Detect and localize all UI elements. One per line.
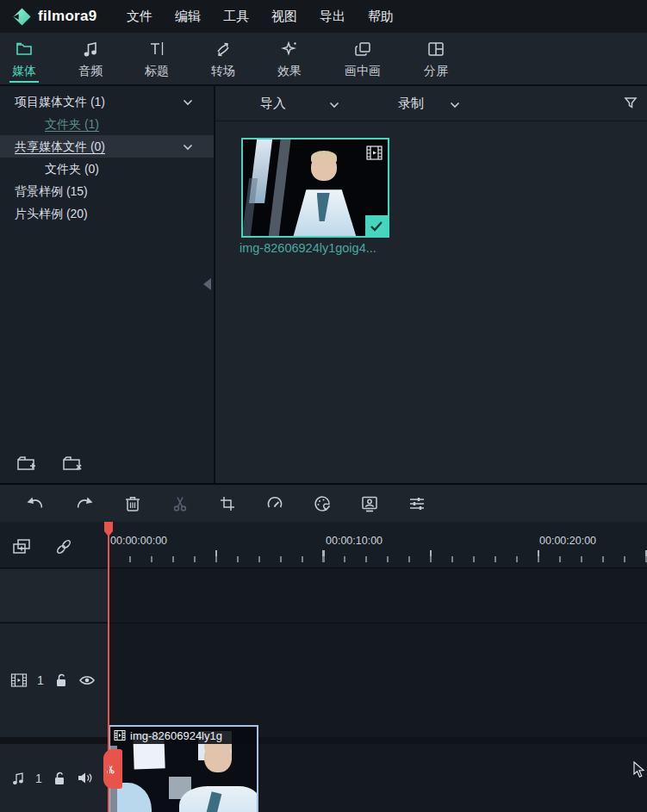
link-icon[interactable] xyxy=(53,536,74,557)
filmora-window: filmora9 文件 编辑 工具 视图 导出 帮助 媒体 音频 xyxy=(0,0,647,812)
tab-transitions[interactable]: 转场 xyxy=(196,33,250,84)
sidebar-item-background-samples[interactable]: 背景样例 (15) xyxy=(0,180,214,202)
video-track-number: 1 xyxy=(37,673,44,687)
library-tabbar: 媒体 音频 标题 转场 效果 xyxy=(0,33,647,86)
speaker-icon[interactable] xyxy=(77,771,93,785)
tab-label: 媒体 xyxy=(12,64,36,79)
effects-icon xyxy=(279,39,300,59)
empty-track-header xyxy=(0,569,108,622)
sidebar-item-folder-0[interactable]: 文件夹 (0) xyxy=(0,158,214,180)
sidebar-item-intro-samples[interactable]: 片头样例 (20) xyxy=(0,202,214,225)
tab-label: 音频 xyxy=(78,64,103,79)
transition-icon xyxy=(213,39,233,59)
audio-track-row: 1 xyxy=(0,744,647,812)
filmstrip-icon xyxy=(10,673,28,688)
title-icon xyxy=(146,39,167,59)
video-filmstrip-icon xyxy=(365,144,383,162)
chevron-down-icon[interactable] xyxy=(183,99,193,106)
menu-edit[interactable]: 编辑 xyxy=(164,0,212,33)
menu-items: 文件 编辑 工具 视图 导出 帮助 xyxy=(115,0,405,33)
tab-split-screen[interactable]: 分屏 xyxy=(409,33,463,84)
menu-file[interactable]: 文件 xyxy=(115,0,164,33)
sidebar-item-shared-media[interactable]: 共享媒体文件 (0) xyxy=(0,135,214,158)
audio-track-number: 1 xyxy=(35,772,42,785)
sidebar-item-project-media[interactable]: 项目媒体文件 (1) xyxy=(0,90,214,113)
sidebar-folder-actions xyxy=(16,454,84,474)
chevron-down-icon[interactable] xyxy=(329,102,339,108)
menubar: filmora9 文件 编辑 工具 视图 导出 帮助 xyxy=(0,0,647,33)
filter-icon[interactable] xyxy=(623,96,638,111)
sidebar-item-label: 共享媒体文件 (0) xyxy=(15,139,105,154)
sidebar-item-label: 背景样例 (15) xyxy=(15,184,88,198)
filmora-logo-icon xyxy=(12,7,32,27)
video-track-row: 1 img-82606 xyxy=(0,623,647,737)
edit-toolbar xyxy=(0,483,647,522)
media-thumbnail-selected[interactable] xyxy=(241,138,389,238)
render-preview-button[interactable] xyxy=(359,493,380,514)
sidebar-item-label: 文件夹 (1) xyxy=(45,117,99,132)
delete-button[interactable] xyxy=(122,493,143,514)
sidebar-item-label: 片头样例 (20) xyxy=(15,207,88,220)
record-button[interactable]: 录制 xyxy=(398,96,424,112)
ruler-timestamp: 00:00:10:00 xyxy=(326,535,383,547)
playhead[interactable] xyxy=(108,522,109,812)
unlock-icon[interactable] xyxy=(52,771,67,786)
clip-split-scissors-tab[interactable] xyxy=(103,749,122,789)
tab-pip[interactable]: 画中画 xyxy=(329,33,396,84)
folder-icon xyxy=(14,39,34,59)
crop-button[interactable] xyxy=(217,493,238,514)
media-library-sidebar: 项目媒体文件 (1) 文件夹 (1) 共享媒体文件 (0) 文件夹 (0) 背景… xyxy=(0,86,214,483)
video-track-header: 1 xyxy=(0,623,108,737)
music-note-icon xyxy=(10,771,26,786)
sidebar-item-label: 文件夹 (0) xyxy=(45,162,99,176)
tab-label: 标题 xyxy=(145,64,169,79)
sidebar-item-folder-1[interactable]: 文件夹 (1) xyxy=(0,113,214,135)
tab-titles[interactable]: 标题 xyxy=(130,33,184,84)
tab-label: 转场 xyxy=(211,64,235,79)
media-panel: 导入 录制 img-82606924 xyxy=(215,86,647,483)
add-track-icon[interactable] xyxy=(10,536,33,557)
timeline: 00:00:00:00 00:00:10:00 00:00:20:00 1 xyxy=(0,522,647,812)
sidebar-item-label: 项目媒体文件 (1) xyxy=(15,95,105,108)
split-scissors-button[interactable] xyxy=(170,493,190,514)
unlock-icon[interactable] xyxy=(53,673,69,688)
speed-button[interactable] xyxy=(264,493,285,514)
tab-label: 分屏 xyxy=(424,64,448,79)
clip-label-bar: img-82606924ly1g xyxy=(110,727,257,744)
audio-track-header: 1 xyxy=(0,744,108,812)
menu-help[interactable]: 帮助 xyxy=(357,0,405,33)
clip-name: img-82606924ly1g xyxy=(130,729,222,742)
color-button[interactable] xyxy=(312,493,333,514)
eye-icon[interactable] xyxy=(78,673,96,687)
tab-label: 画中画 xyxy=(345,64,381,79)
music-note-icon xyxy=(80,39,101,59)
redo-button[interactable] xyxy=(73,493,96,514)
tab-media[interactable]: 媒体 xyxy=(0,33,51,84)
menu-tools[interactable]: 工具 xyxy=(212,0,260,33)
mouse-cursor xyxy=(633,761,645,778)
chevron-down-icon[interactable] xyxy=(450,102,460,108)
ruler-timestamp: 00:00:00:00 xyxy=(110,535,167,547)
chevron-down-icon[interactable] xyxy=(183,144,193,151)
timeline-ruler[interactable]: 00:00:00:00 00:00:10:00 00:00:20:00 xyxy=(108,522,647,568)
delete-folder-icon[interactable] xyxy=(61,454,84,474)
logo-text: filmora9 xyxy=(38,8,97,25)
menu-export[interactable]: 导出 xyxy=(308,0,357,33)
timeline-header: 00:00:00:00 00:00:10:00 00:00:20:00 xyxy=(0,522,647,568)
adjust-button[interactable] xyxy=(407,493,427,514)
ruler-minor-ticks xyxy=(108,556,647,562)
tab-label: 效果 xyxy=(277,64,302,79)
timeline-clip[interactable]: img-82606924ly1g xyxy=(109,725,258,812)
track-divider xyxy=(0,737,647,744)
menu-view[interactable]: 视图 xyxy=(260,0,308,33)
tab-effects[interactable]: 效果 xyxy=(263,33,316,84)
import-button[interactable]: 导入 xyxy=(260,96,286,112)
tab-audio[interactable]: 音频 xyxy=(64,33,117,84)
pip-icon xyxy=(352,39,373,59)
add-folder-icon[interactable] xyxy=(16,454,39,474)
playhead-handle[interactable] xyxy=(104,522,113,531)
sidebar-collapse-handle[interactable] xyxy=(203,278,211,290)
undo-button[interactable] xyxy=(24,493,47,514)
ruler-timestamp: 00:00:20:00 xyxy=(539,535,596,547)
split-screen-icon xyxy=(426,39,446,59)
